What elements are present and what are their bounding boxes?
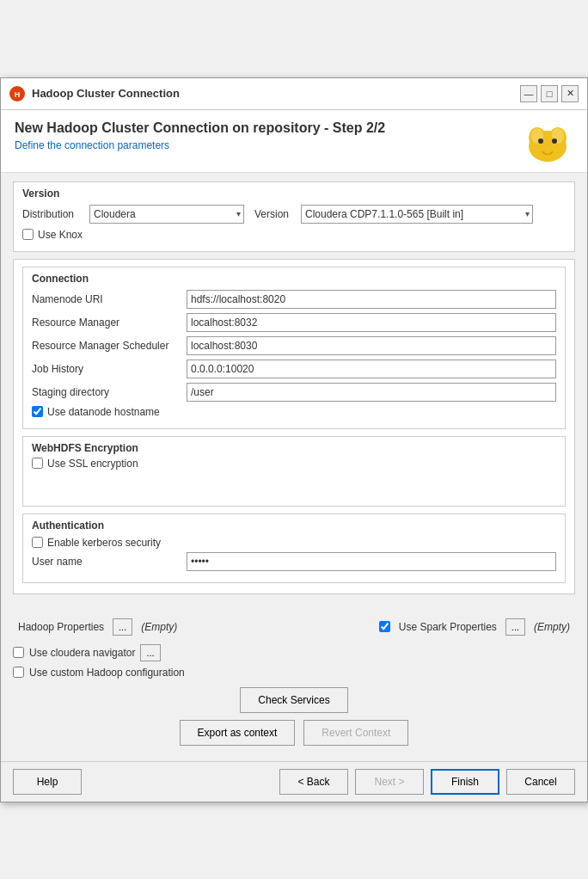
use-datanode-hostname-checkbox[interactable] — [32, 406, 43, 417]
connection-title: Connection — [32, 273, 556, 285]
staging-directory-row: Staging directory — [32, 383, 556, 402]
hadoop-props-empty: (Empty) — [141, 621, 177, 633]
help-button[interactable]: Help — [13, 769, 82, 795]
spark-props-empty: (Empty) — [534, 621, 570, 633]
footer-right: < Back Next > Finish Cancel — [279, 769, 575, 795]
cloudera-navigator-checkbox[interactable] — [13, 647, 24, 658]
action-buttons: Check Services — [13, 687, 575, 713]
export-context-button[interactable]: Export as context — [180, 720, 296, 746]
version-group-title: Version — [22, 187, 566, 200]
footer-left: Help — [13, 769, 82, 795]
namenode-label: Namenode URI — [32, 293, 187, 305]
svg-point-8 — [552, 138, 557, 144]
cloudera-navigator-button[interactable]: ... — [140, 644, 160, 661]
resource-manager-label: Resource Manager — [32, 317, 187, 329]
resource-manager-scheduler-label: Resource Manager Scheduler — [32, 340, 187, 352]
use-ssl-checkbox[interactable] — [32, 458, 43, 469]
context-buttons-row: Export as context Revert Context — [13, 720, 575, 746]
use-knox-checkbox[interactable] — [22, 229, 34, 240]
elephant-icon — [522, 120, 573, 163]
hadoop-props-button[interactable]: ... — [113, 618, 132, 636]
header-section: New Hadoop Cluster Connection on reposit… — [1, 110, 587, 173]
title-bar: H Hadoop Cluster Connection — □ ✕ — [1, 78, 587, 110]
properties-row: Hadoop Properties ... (Empty) Use Spark … — [13, 615, 575, 639]
cloudera-navigator-row: Use cloudera navigator ... — [13, 644, 575, 661]
resource-manager-scheduler-row: Resource Manager Scheduler — [32, 336, 556, 355]
webhdfs-title: WebHDFS Encryption — [32, 442, 556, 454]
cloudera-navigator-label[interactable]: Use cloudera navigator — [29, 647, 135, 659]
distribution-label: Distribution — [22, 208, 83, 220]
main-window: H Hadoop Cluster Connection — □ ✕ New Ha… — [0, 77, 588, 802]
app-icon: H — [9, 86, 25, 101]
enable-kerberos-label[interactable]: Enable kerberos security — [47, 537, 161, 549]
distribution-select[interactable]: Cloudera — [89, 205, 244, 224]
maximize-button[interactable]: □ — [541, 85, 558, 102]
use-spark-props-checkbox[interactable] — [379, 621, 390, 632]
finish-button[interactable]: Finish — [431, 769, 499, 795]
staging-directory-input[interactable] — [187, 383, 556, 402]
job-history-row: Job History — [32, 360, 556, 378]
webhdfs-group: WebHDFS Encryption Use SSL encryption — [22, 436, 566, 507]
window-controls: — □ ✕ — [520, 85, 579, 102]
check-services-button[interactable]: Check Services — [240, 687, 347, 713]
close-button[interactable]: ✕ — [561, 85, 579, 102]
datanode-hostname-row: Use datanode hostname — [32, 406, 556, 418]
ssl-encryption-row: Use SSL encryption — [32, 458, 556, 470]
use-knox-label[interactable]: Use Knox — [38, 229, 83, 241]
kerberos-row: Enable kerberos security — [32, 537, 556, 549]
use-datanode-hostname-label[interactable]: Use datanode hostname — [47, 406, 160, 418]
scrollable-panel: Connection Namenode URI Resource Manager… — [13, 259, 575, 594]
custom-hadoop-label[interactable]: Use custom Hadoop configuration — [29, 667, 185, 679]
version-row: Distribution Cloudera Version Cloudera C… — [22, 205, 566, 224]
svg-point-7 — [538, 138, 543, 144]
distribution-select-wrap: Cloudera — [89, 205, 244, 224]
back-button[interactable]: < Back — [279, 769, 348, 795]
staging-directory-label: Staging directory — [32, 386, 187, 398]
header-text: New Hadoop Cluster Connection on reposit… — [15, 120, 385, 151]
spark-props-button[interactable]: ... — [505, 618, 525, 636]
resource-manager-input[interactable] — [187, 313, 556, 332]
resource-manager-row: Resource Manager — [32, 313, 556, 332]
version-select[interactable]: Cloudera CDP7.1.1.0-565 [Built in] — [301, 205, 533, 224]
job-history-label: Job History — [32, 363, 187, 375]
cancel-button[interactable]: Cancel — [506, 769, 575, 795]
svg-text:H: H — [15, 90, 21, 99]
revert-context-button[interactable]: Revert Context — [303, 720, 408, 746]
version-select-wrap: Cloudera CDP7.1.1.0-565 [Built in] — [301, 205, 533, 224]
version-group: Version Distribution Cloudera Version Cl… — [13, 181, 575, 252]
auth-title: Authentication — [32, 519, 556, 532]
use-spark-props-label[interactable]: Use Spark Properties — [399, 621, 497, 633]
header-title: New Hadoop Cluster Connection on reposit… — [15, 120, 385, 136]
minimize-button[interactable]: — — [520, 85, 537, 102]
svg-point-9 — [542, 155, 553, 162]
header-subtitle: Define the connection parameters — [15, 139, 385, 151]
enable-kerberos-checkbox[interactable] — [32, 537, 43, 548]
scrollable-content: Connection Namenode URI Resource Manager… — [14, 260, 574, 593]
window-title: Hadoop Cluster Connection — [32, 87, 513, 100]
next-button[interactable]: Next > — [355, 769, 424, 795]
auth-group: Authentication Enable kerberos security … — [22, 513, 566, 583]
use-ssl-label[interactable]: Use SSL encryption — [47, 458, 138, 470]
resource-manager-scheduler-input[interactable] — [187, 336, 556, 355]
footer: Help < Back Next > Finish Cancel — [1, 761, 587, 802]
namenode-input[interactable] — [187, 290, 556, 309]
username-row: User name — [32, 552, 556, 571]
custom-hadoop-row: Use custom Hadoop configuration — [13, 667, 575, 679]
namenode-row: Namenode URI — [32, 290, 556, 309]
version-label: Version — [251, 208, 294, 220]
use-knox-row: Use Knox — [22, 229, 566, 241]
username-input[interactable] — [187, 552, 556, 571]
custom-hadoop-checkbox[interactable] — [13, 667, 24, 678]
username-label: User name — [32, 556, 187, 568]
hadoop-props-label: Hadoop Properties — [18, 621, 104, 633]
bottom-section: Hadoop Properties ... (Empty) Use Spark … — [1, 610, 587, 761]
content-area: Version Distribution Cloudera Version Cl… — [1, 173, 587, 610]
job-history-input[interactable] — [187, 360, 556, 378]
connection-group: Connection Namenode URI Resource Manager… — [22, 267, 566, 429]
